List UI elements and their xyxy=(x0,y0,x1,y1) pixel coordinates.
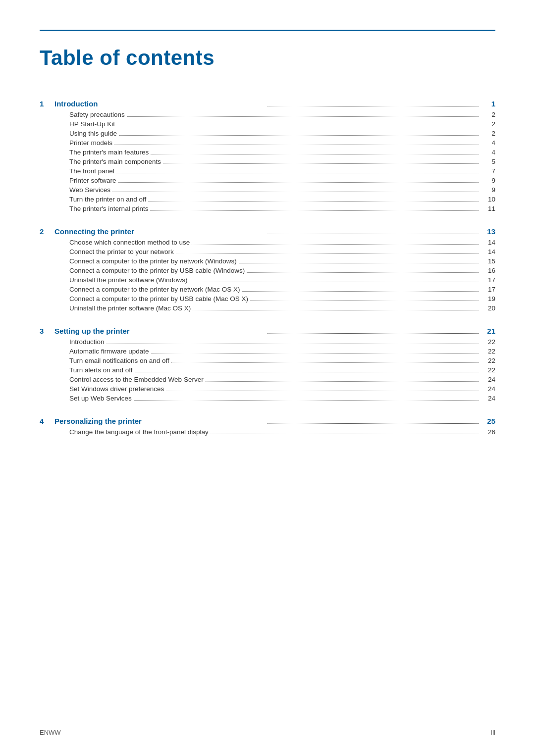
entry-title: Turn the printer on and off xyxy=(69,196,146,203)
toc-section: 2Connecting the printer 13Choose which c… xyxy=(40,227,495,312)
entry-dots xyxy=(176,253,479,254)
chapter-page: 13 xyxy=(481,227,495,236)
toc-entry: HP Start-Up Kit2 xyxy=(40,120,495,128)
chapter-dots xyxy=(268,106,479,106)
chapter-num: 3 xyxy=(40,327,54,335)
toc-entry: Set Windows driver preferences24 xyxy=(40,385,495,393)
entry-title: Introduction xyxy=(69,338,105,346)
entry-title: Turn alerts on and off xyxy=(69,366,133,374)
toc-chapter-row: 3Setting up the printer 21 xyxy=(40,327,495,335)
chapter-page: 1 xyxy=(481,100,495,108)
entry-dots xyxy=(114,145,479,145)
entry-page: 22 xyxy=(481,357,495,364)
toc-entry: Connect a computer to the printer by net… xyxy=(40,257,495,265)
entry-dots xyxy=(171,362,479,363)
toc-chapter-row: 1Introduction 1 xyxy=(40,100,495,108)
page-title: Table of contents xyxy=(40,46,495,70)
chapter-dots xyxy=(268,423,479,424)
chapter-dots xyxy=(268,234,479,234)
chapter-num: 1 xyxy=(40,100,54,108)
chapter-dots xyxy=(268,333,479,334)
toc-entry: Connect a computer to the printer by USB… xyxy=(40,267,495,274)
entry-page: 14 xyxy=(481,248,495,255)
toc-entry: The printer's main features4 xyxy=(40,149,495,156)
entry-page: 15 xyxy=(481,257,495,265)
entry-dots xyxy=(151,154,479,154)
entry-page: 4 xyxy=(481,139,495,147)
toc-entry: Connect the printer to your network14 xyxy=(40,248,495,255)
entry-dots xyxy=(135,372,479,372)
entry-page: 16 xyxy=(481,267,495,274)
entry-page: 17 xyxy=(481,286,495,293)
entry-page: 2 xyxy=(481,120,495,128)
entry-page: 22 xyxy=(481,348,495,355)
footer: ENWW iii xyxy=(40,729,495,736)
entry-dots xyxy=(118,182,479,183)
toc-section: 4Personalizing the printer 25Change the … xyxy=(40,417,495,436)
entry-dots xyxy=(116,173,479,173)
entry-page: 24 xyxy=(481,395,495,402)
entry-page: 19 xyxy=(481,295,495,302)
top-border xyxy=(40,30,495,31)
entry-page: 4 xyxy=(481,149,495,156)
entry-page: 2 xyxy=(481,130,495,137)
chapter-num: 2 xyxy=(40,227,54,236)
toc-entry: The front panel7 xyxy=(40,167,495,175)
entry-title: Connect the printer to your network xyxy=(69,248,174,255)
entry-title: Using this guide xyxy=(69,130,117,137)
entry-title: Uninstall the printer software (Windows) xyxy=(69,276,188,284)
entry-page: 5 xyxy=(481,158,495,165)
toc-entry: Uninstall the printer software (Mac OS X… xyxy=(40,304,495,312)
entry-title: Set up Web Services xyxy=(69,395,132,402)
entry-title: The printer's main components xyxy=(69,158,161,165)
entry-page: 9 xyxy=(481,177,495,184)
entry-dots xyxy=(117,126,479,126)
chapter-title: Setting up the printer xyxy=(54,327,266,335)
entry-title: Connect a computer to the printer by USB… xyxy=(69,267,245,274)
toc-chapter-row: 4Personalizing the printer 25 xyxy=(40,417,495,425)
entry-title: Connect a computer to the printer by USB… xyxy=(69,295,248,302)
entry-title: Safety precautions xyxy=(69,111,125,118)
entry-dots xyxy=(193,310,479,310)
toc-entry: Connect a computer to the printer by USB… xyxy=(40,295,495,302)
entry-page: 20 xyxy=(481,304,495,312)
entry-dots xyxy=(163,163,479,164)
entry-page: 10 xyxy=(481,196,495,203)
toc-entry: Web Services9 xyxy=(40,186,495,194)
toc-section: 3Setting up the printer 21Introduction22… xyxy=(40,327,495,402)
chapter-title: Connecting the printer xyxy=(54,227,266,236)
chapter-page: 25 xyxy=(481,417,495,425)
toc-entry: Control access to the Embedded Web Serve… xyxy=(40,376,495,383)
toc-entry: Introduction22 xyxy=(40,338,495,346)
entry-title: Printer models xyxy=(69,139,112,147)
footer-right: iii xyxy=(491,729,495,736)
footer-left: ENWW xyxy=(40,729,61,736)
entry-title: Web Services xyxy=(69,186,110,194)
toc-entry: The printer's main components5 xyxy=(40,158,495,165)
entry-title: Choose which connection method to use xyxy=(69,239,190,246)
toc-entry: Using this guide2 xyxy=(40,130,495,137)
entry-dots xyxy=(166,391,479,391)
entry-page: 24 xyxy=(481,376,495,383)
entry-page: 24 xyxy=(481,385,495,393)
entry-title: The printer's internal prints xyxy=(69,205,148,212)
toc-section: 1Introduction 1Safety precautions2HP Sta… xyxy=(40,100,495,212)
entry-title: Set Windows driver preferences xyxy=(69,385,164,393)
toc-entry: Change the language of the front-panel d… xyxy=(40,428,495,436)
entry-dots xyxy=(206,381,479,382)
chapter-num: 4 xyxy=(40,417,54,425)
entry-dots xyxy=(250,301,479,301)
toc-entry: Safety precautions2 xyxy=(40,111,495,118)
entry-dots xyxy=(127,116,479,117)
entry-dots xyxy=(107,344,479,344)
toc-chapter-row: 2Connecting the printer 13 xyxy=(40,227,495,236)
toc-entry: Turn the printer on and off10 xyxy=(40,196,495,203)
entry-dots xyxy=(151,353,479,353)
entry-page: 17 xyxy=(481,276,495,284)
entry-dots xyxy=(247,272,479,273)
entry-dots xyxy=(239,263,479,263)
chapter-page: 21 xyxy=(481,327,495,335)
entry-title: The printer's main features xyxy=(69,149,149,156)
entry-dots xyxy=(211,434,479,434)
toc-entry: Uninstall the printer software (Windows)… xyxy=(40,276,495,284)
